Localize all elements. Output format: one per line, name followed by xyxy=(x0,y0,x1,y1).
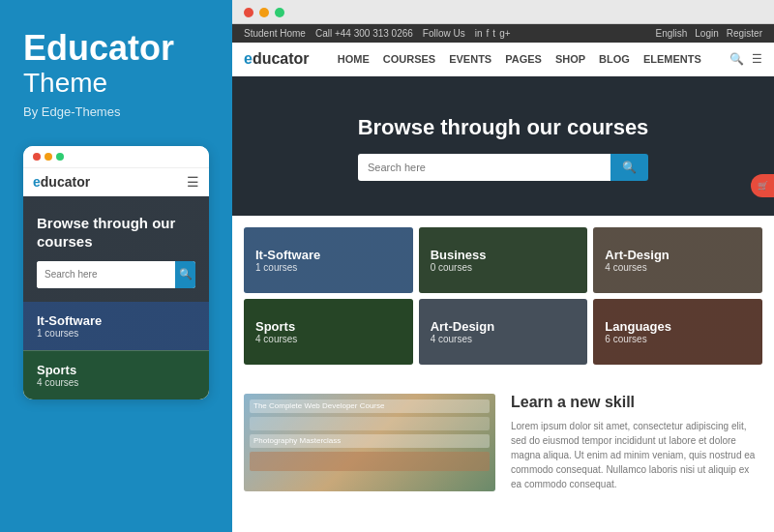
mobile-logo-bar: educator ☰ xyxy=(23,168,209,196)
mobile-card-header xyxy=(23,146,209,168)
mobile-dots xyxy=(33,153,64,161)
mobile-search-bar[interactable]: 🔍 xyxy=(37,261,195,288)
nav-pages[interactable]: PAGES xyxy=(505,53,542,65)
learn-img-strip-1: The Complete Web Developer Course xyxy=(250,399,490,413)
learn-img-strip-3: Photography Masterclass xyxy=(250,434,490,448)
top-bar-left: Student Home Call +44 300 313 0266 Follo… xyxy=(244,28,511,39)
topbar-follow: Follow Us xyxy=(423,28,465,39)
mobile-categories: It-Software 1 courses Sports 4 courses xyxy=(23,302,209,399)
nav-search-icon[interactable]: 🔍 xyxy=(729,52,744,66)
cat-item-art-design2[interactable]: Art-Design 4 courses xyxy=(419,299,588,365)
hero-search-btn[interactable]: 🔍 xyxy=(610,154,648,181)
topbar-phone: Call +44 300 313 0266 xyxy=(315,28,413,39)
cat-content-sports: Sports 4 courses xyxy=(244,299,413,365)
browser-dot-red xyxy=(244,8,253,17)
cat-name-sports: Sports xyxy=(255,319,402,334)
nav-blog[interactable]: BLOG xyxy=(599,53,630,65)
social-tw[interactable]: t xyxy=(492,28,495,39)
browser-dot-yellow xyxy=(259,8,269,17)
cat-content-art-design: Art-Design 4 courses xyxy=(593,227,762,293)
mobile-cat-courses-sports: 4 courses xyxy=(37,377,195,388)
learn-img-strip-2 xyxy=(250,417,490,430)
left-panel: Educator Theme By Edge-Themes educator ☰… xyxy=(0,0,232,532)
cat-name-art-design2: Art-Design xyxy=(431,319,577,334)
nav-menu-icon[interactable]: ☰ xyxy=(752,52,762,66)
social-fb[interactable]: f xyxy=(487,28,490,39)
right-panel: Student Home Call +44 300 313 0266 Follo… xyxy=(232,0,774,532)
browser-dot-green xyxy=(275,8,284,17)
topbar-student-home[interactable]: Student Home xyxy=(244,28,306,39)
brand-title-sub: Theme xyxy=(23,68,209,99)
hero-search[interactable]: 🔍 xyxy=(358,154,648,181)
nav-courses[interactable]: COURSES xyxy=(383,53,435,65)
topbar-login[interactable]: Login xyxy=(695,28,718,39)
learn-image: The Complete Web Developer Course Photog… xyxy=(244,394,495,491)
nav-events[interactable]: EVENTS xyxy=(449,53,491,65)
cat-count-art-design: 4 courses xyxy=(605,262,751,273)
cat-count-art-design2: 4 courses xyxy=(431,334,577,344)
nav-icons: 🔍 ☰ xyxy=(729,52,762,66)
mobile-cat-item-sports[interactable]: Sports 4 courses xyxy=(23,350,209,399)
mobile-dot-red xyxy=(33,153,41,161)
mobile-search-input[interactable] xyxy=(37,261,175,288)
learn-section: The Complete Web Developer Course Photog… xyxy=(232,382,774,503)
learn-img-strip-4 xyxy=(250,452,490,471)
top-bar-social: in f t g+ xyxy=(475,28,511,39)
site-nav: educator HOME COURSES EVENTS PAGES SHOP … xyxy=(232,43,774,76)
mobile-cat-item-software[interactable]: It-Software 1 courses xyxy=(23,302,209,350)
social-in[interactable]: in xyxy=(475,28,483,39)
cat-name-art-design: Art-Design xyxy=(605,248,751,262)
nav-shop[interactable]: SHOP xyxy=(555,53,585,65)
topbar-register[interactable]: Register xyxy=(727,28,762,39)
learn-title: Learn a new skill xyxy=(511,394,762,411)
brand-title-main: Educator xyxy=(23,29,209,68)
mobile-dot-green xyxy=(56,153,64,161)
brand-by: By Edge-Themes xyxy=(23,104,209,119)
cat-content-software: It-Software 1 courses xyxy=(244,227,413,293)
cat-content-business: Business 0 courses xyxy=(419,227,588,293)
nav-home[interactable]: HOME xyxy=(338,53,370,65)
top-bar: Student Home Call +44 300 313 0266 Follo… xyxy=(232,24,774,43)
mobile-cat-name-software: It-Software xyxy=(37,313,195,328)
cat-count-languages: 6 courses xyxy=(605,334,751,344)
cat-name-business: Business xyxy=(431,248,577,262)
site-logo: educator xyxy=(244,50,310,68)
mobile-hero-title: Browse through our courses xyxy=(37,214,195,251)
category-grid: It-Software 1 courses Business 0 courses… xyxy=(232,216,774,376)
hero-title: Browse through our courses xyxy=(252,115,755,140)
red-badge: 🛒 xyxy=(751,174,774,197)
cat-item-art-design[interactable]: Art-Design 4 courses xyxy=(593,227,762,293)
cat-item-languages[interactable]: Languages 6 courses xyxy=(593,299,762,365)
mobile-preview-card: educator ☰ Browse through our courses 🔍 … xyxy=(23,146,209,399)
social-gp[interactable]: g+ xyxy=(499,28,510,39)
cat-count-software: 1 courses xyxy=(255,262,402,273)
nav-links: HOME COURSES EVENTS PAGES SHOP BLOG ELEM… xyxy=(338,53,701,65)
cat-item-software[interactable]: It-Software 1 courses xyxy=(244,227,413,293)
topbar-language[interactable]: English xyxy=(655,28,687,39)
cat-content-languages: Languages 6 courses xyxy=(593,299,762,365)
mobile-search-btn[interactable]: 🔍 xyxy=(175,261,195,288)
mobile-logo: educator xyxy=(33,174,90,190)
cat-item-business[interactable]: Business 0 courses xyxy=(419,227,588,293)
cat-content-art-design2: Art-Design 4 courses xyxy=(419,299,588,365)
cat-name-languages: Languages xyxy=(605,319,751,334)
mobile-cat-content-sports: Sports 4 courses xyxy=(23,351,209,399)
learn-text: Learn a new skill Lorem ipsum dolor sit … xyxy=(511,394,762,491)
nav-elements[interactable]: ELEMENTS xyxy=(643,53,701,65)
learn-body: Lorem ipsum dolor sit amet, consectetur … xyxy=(511,419,762,491)
cat-name-software: It-Software xyxy=(255,248,402,262)
hero-search-input[interactable] xyxy=(358,154,610,181)
mobile-menu-icon: ☰ xyxy=(187,174,199,190)
learn-image-inner: The Complete Web Developer Course Photog… xyxy=(244,394,495,491)
mobile-cat-courses-software: 1 courses xyxy=(37,328,195,339)
mobile-dot-yellow xyxy=(45,153,52,161)
top-bar-right: English Login Register xyxy=(655,28,762,39)
mobile-cat-content-software: It-Software 1 courses xyxy=(23,302,209,350)
hero-section: Browse through our courses 🔍 xyxy=(232,76,774,216)
cat-count-sports: 4 courses xyxy=(255,334,402,344)
cat-item-sports[interactable]: Sports 4 courses xyxy=(244,299,413,365)
mobile-hero: Browse through our courses 🔍 xyxy=(23,196,209,302)
mobile-cat-name-sports: Sports xyxy=(37,363,195,377)
website-preview: Student Home Call +44 300 313 0266 Follo… xyxy=(232,24,774,532)
browser-chrome xyxy=(232,0,774,24)
